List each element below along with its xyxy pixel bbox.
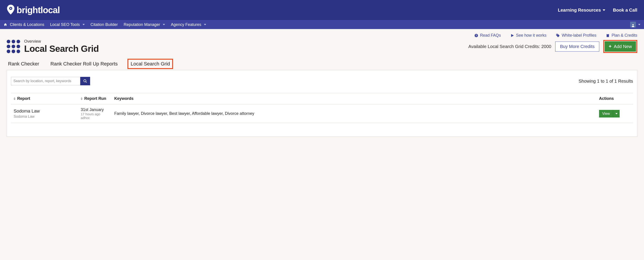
reports-panel: Showing 1 to 1 of 1 Results Report Repor… (7, 70, 637, 137)
nav-agency-features[interactable]: Agency Features (171, 22, 206, 27)
chevron-down-icon (82, 24, 85, 25)
user-menu[interactable] (630, 22, 640, 27)
search-button[interactable] (80, 77, 90, 85)
question-circle-icon: ? (474, 33, 478, 37)
chevron-down-icon (204, 24, 206, 25)
svg-point-5 (557, 34, 558, 35)
buy-more-credits-button[interactable]: Buy More Credits (555, 41, 599, 52)
nav-citation-label: Citation Builder (90, 22, 118, 27)
brand-logo[interactable]: brightlocal (7, 5, 60, 15)
add-new-highlight: + Add New (603, 40, 637, 53)
add-new-button[interactable]: + Add New (605, 41, 636, 52)
svg-point-8 (84, 79, 86, 82)
svg-point-2 (632, 24, 634, 25)
svg-point-1 (10, 8, 12, 9)
svg-text:?: ? (476, 34, 477, 37)
whitelabel-profiles-link[interactable]: White-label Profiles (556, 33, 596, 38)
avatar-icon (630, 22, 636, 27)
see-how-it-works-link[interactable]: See how it works (510, 33, 546, 38)
nav-seo-label: Local SEO Tools (50, 22, 80, 27)
topbar: brightlocal Learning Resources Book a Ca… (0, 0, 644, 20)
whitelabel-label: White-label Profiles (562, 33, 596, 38)
home-icon (4, 23, 7, 26)
svg-line-9 (86, 81, 87, 83)
col-run-label: Report Run (84, 96, 106, 101)
search-group (11, 77, 90, 85)
col-actions: Actions (599, 96, 630, 101)
row-keywords: Family lawyer, Divorce lawyer, Best lawy… (114, 111, 599, 116)
view-dropdown-button[interactable] (613, 110, 620, 117)
clipboard-icon (606, 33, 610, 37)
nav-citation-builder[interactable]: Citation Builder (90, 22, 118, 27)
tab-local-search-grid[interactable]: Local Search Grid (128, 59, 173, 69)
plan-label: Plan & Credits (612, 33, 637, 38)
tab-rollup-reports[interactable]: Rank Checker Roll Up Reports (49, 59, 119, 69)
col-keywords: Keywords (114, 96, 599, 101)
col-report[interactable]: Report (14, 96, 81, 101)
topbar-links: Learning Resources Book a Call (558, 7, 637, 13)
navbar: Clients & Locations Local SEO Tools Cita… (0, 20, 644, 29)
how-label: See how it works (516, 33, 546, 38)
grid-dots-icon (7, 40, 20, 53)
chevron-down-icon (638, 24, 640, 25)
page-title: Local Search Grid (24, 44, 99, 54)
svg-rect-7 (607, 33, 608, 34)
available-credits: Available Local Search Grid Credits: 200… (468, 44, 552, 49)
tag-icon (556, 33, 560, 37)
search-input[interactable] (11, 77, 80, 85)
table-row: Sodoma Law Sodoma Law 31st January 17 ho… (11, 104, 633, 123)
report-sub: Sodoma Law (14, 115, 81, 119)
chevron-down-icon (163, 24, 165, 25)
col-report-label: Report (17, 96, 30, 101)
brightlocal-pin-icon (7, 5, 15, 15)
results-count: Showing 1 to 1 of 1 Results (579, 79, 633, 84)
view-button[interactable]: View (599, 110, 613, 117)
book-a-call-label: Book a Call (613, 7, 637, 13)
nav-local-seo-tools[interactable]: Local SEO Tools (50, 22, 85, 27)
nav-reputation-label: Reputation Manager (124, 22, 160, 27)
nav-reputation-manager[interactable]: Reputation Manager (124, 22, 165, 27)
reports-table: Report Report Run Keywords Actions Sodom… (11, 93, 633, 123)
faqs-label: Read FAQs (480, 33, 501, 38)
search-icon (83, 79, 87, 83)
plan-credits-link[interactable]: Plan & Credits (606, 33, 637, 38)
read-faqs-link[interactable]: ? Read FAQs (474, 33, 501, 38)
add-new-label: Add New (614, 44, 632, 49)
book-a-call-link[interactable]: Book a Call (613, 7, 637, 13)
report-tabs: Rank Checker Rank Checker Roll Up Report… (0, 59, 644, 69)
tab-rank-checker[interactable]: Rank Checker (7, 59, 40, 69)
chevron-down-icon (616, 113, 618, 114)
play-icon (510, 33, 514, 37)
nav-left: Clients & Locations Local SEO Tools Cita… (4, 22, 206, 27)
run-ago: 17 hours ago (81, 112, 114, 116)
sort-icon (81, 97, 82, 100)
learning-resources-label: Learning Resources (558, 7, 601, 13)
page-header: Overview Local Search Grid Available Loc… (0, 38, 644, 59)
learning-resources-link[interactable]: Learning Resources (558, 7, 605, 13)
nav-clients-locations[interactable]: Clients & Locations (4, 22, 44, 27)
run-type: adhoc (81, 116, 114, 120)
run-date: 31st January (81, 107, 114, 112)
nav-clients-label: Clients & Locations (10, 22, 44, 27)
context-bar: ? Read FAQs See how it works White-label… (0, 29, 644, 38)
plus-icon: + (609, 43, 612, 49)
breadcrumb-overview: Overview (24, 39, 99, 44)
svg-rect-6 (607, 34, 609, 37)
sort-icon (14, 97, 16, 100)
table-header: Report Report Run Keywords Actions (11, 93, 633, 104)
chevron-down-icon (603, 9, 605, 11)
col-report-run[interactable]: Report Run (81, 96, 114, 101)
brand-text: brightlocal (16, 5, 60, 15)
nav-agency-label: Agency Features (171, 22, 201, 27)
report-name: Sodoma Law (14, 109, 81, 114)
